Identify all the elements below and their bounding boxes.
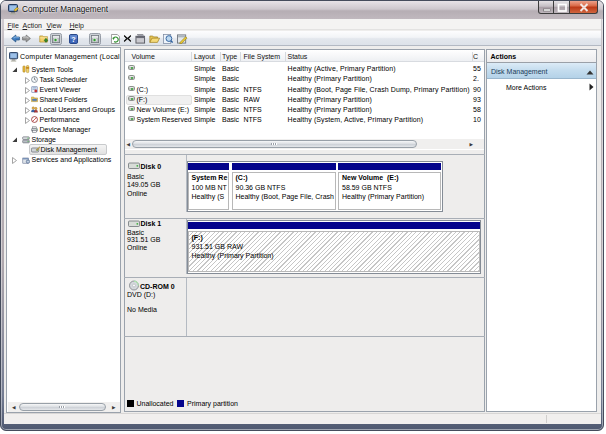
svg-text:?: ? — [71, 34, 75, 43]
